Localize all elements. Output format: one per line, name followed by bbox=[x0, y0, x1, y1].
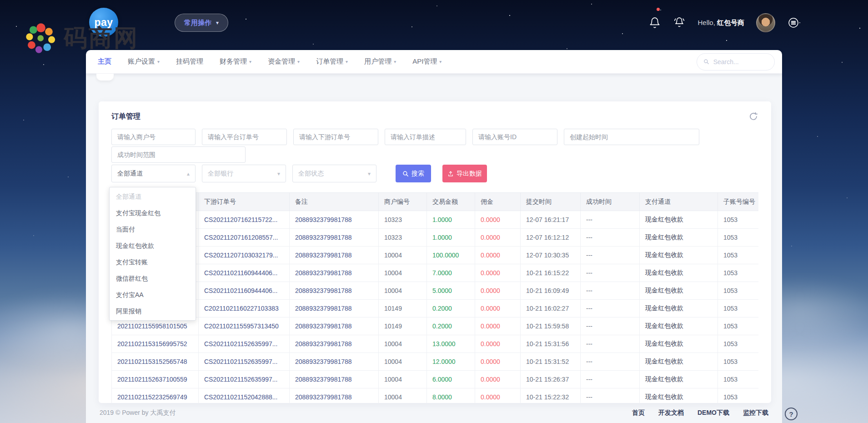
chevron-down-icon: ▾ bbox=[157, 59, 160, 64]
table-cell: 现金红包收款 bbox=[640, 211, 718, 229]
table-cell: 10149 bbox=[379, 317, 427, 335]
table-cell: --- bbox=[581, 317, 640, 335]
table-cell: 2088932379981788 bbox=[290, 335, 379, 353]
bell-icon bbox=[649, 17, 661, 29]
table-cell: 10149 bbox=[379, 300, 427, 317]
nav-item-7[interactable]: 用户管理▾ bbox=[364, 57, 396, 66]
table-cell: 12.0000 bbox=[427, 353, 475, 371]
table-cell: 2088932379981788 bbox=[290, 229, 379, 247]
table-cell: 0.0000 bbox=[475, 211, 521, 229]
channel-select[interactable]: 全部通道▴ bbox=[111, 165, 196, 182]
table-cell: 10004 bbox=[379, 353, 427, 371]
dropdown-option-3[interactable]: 当面付 bbox=[110, 221, 196, 237]
table-cell: 6.0000 bbox=[427, 371, 475, 388]
nav-item-5[interactable]: 资金管理▾ bbox=[268, 57, 300, 66]
table-cell: --- bbox=[581, 211, 640, 229]
nav-search-box[interactable] bbox=[697, 53, 775, 70]
table-cell: 10004 bbox=[379, 335, 427, 353]
dropdown-option-6[interactable]: 微信群红包 bbox=[110, 270, 196, 287]
table-row: CS20211207162115722...208893237998178810… bbox=[112, 211, 759, 229]
dropdown-option-4[interactable]: 现金红包收款 bbox=[110, 237, 196, 254]
table-cell: 8.0000 bbox=[427, 388, 475, 403]
chevron-up-icon: ▴ bbox=[187, 171, 190, 177]
dropdown-option-1: 全部通道 bbox=[110, 188, 196, 205]
downstream-order-input[interactable] bbox=[293, 129, 378, 145]
table-row: CS20211207161208557...208893237998178810… bbox=[112, 229, 759, 247]
search-button[interactable]: 搜索 bbox=[396, 165, 431, 182]
table-cell: 1053 bbox=[718, 317, 759, 335]
filter-row-3: 全部通道▴全部银行▾全部状态▾ 搜索 导出数据 bbox=[111, 165, 758, 182]
order-desc-input[interactable] bbox=[385, 129, 466, 145]
menu-button[interactable] bbox=[787, 16, 800, 29]
table-cell: --- bbox=[581, 388, 640, 403]
table-cell: CS20211021152635997... bbox=[199, 353, 290, 371]
export-data-button[interactable]: 导出数据 bbox=[442, 165, 487, 182]
table-cell: 12-07 16:12:12 bbox=[521, 229, 581, 247]
status-select[interactable]: 全部状态▾ bbox=[292, 165, 376, 182]
select-value: 全部银行 bbox=[208, 170, 233, 178]
table-cell: CS20211207162115722... bbox=[199, 211, 290, 229]
table-row: CS20211207103032179...208893237998178810… bbox=[112, 247, 759, 264]
table-cell: 10-21 15:59:58 bbox=[521, 317, 581, 335]
orders-table-wrap: 下游订单号备注商户编号交易金额佣金提交时间成功时间支付通道子账号编号 CS202… bbox=[111, 192, 758, 403]
topbar-right: Hello, 红包号商 bbox=[648, 13, 800, 33]
table-cell: 0.0000 bbox=[475, 264, 521, 282]
table-cell: 20211021153156995752 bbox=[112, 335, 199, 353]
dropdown-option-5[interactable]: 支付宝转账 bbox=[110, 254, 196, 270]
account-id-input[interactable] bbox=[472, 129, 557, 145]
table-cell: 1053 bbox=[718, 300, 759, 317]
table-cell: 1.0000 bbox=[427, 211, 475, 229]
table-cell: 1053 bbox=[718, 211, 759, 229]
pay-logo[interactable]: pay bbox=[89, 8, 118, 37]
nav-item-4[interactable]: 财务管理▾ bbox=[220, 57, 251, 66]
nav-item-6[interactable]: 订单管理▾ bbox=[316, 57, 348, 66]
footer-link-3[interactable]: DEMO下载 bbox=[697, 409, 729, 417]
filter-row-2 bbox=[111, 146, 758, 163]
orders-table: 下游订单号备注商户编号交易金额佣金提交时间成功时间支付通道子账号编号 CS202… bbox=[111, 192, 758, 403]
table-cell: 现金红包收款 bbox=[640, 264, 718, 282]
platform-order-input[interactable] bbox=[202, 129, 287, 145]
table-cell: 10004 bbox=[379, 247, 427, 264]
merchant-id-input[interactable] bbox=[111, 129, 196, 145]
alert-bell-button[interactable] bbox=[673, 16, 686, 29]
footer-link-1[interactable]: 首页 bbox=[632, 409, 645, 417]
help-button[interactable]: ? bbox=[785, 408, 798, 420]
table-row: 20211021152232569749CS20211021152042888.… bbox=[112, 388, 759, 403]
table-cell: --- bbox=[581, 371, 640, 388]
bank-select[interactable]: 全部银行▾ bbox=[202, 165, 286, 182]
nav-item-2[interactable]: 账户设置▾ bbox=[128, 57, 160, 66]
dropdown-option-8[interactable]: 阿里报销 bbox=[110, 303, 196, 319]
content-area: 订单管理 全部通道▴全部银行▾全部状态▾ 搜索 bbox=[86, 74, 782, 423]
dropdown-option-2[interactable]: 支付宝现金红包 bbox=[110, 205, 196, 221]
table-row: 20211021155958101505C2021102115595731345… bbox=[112, 317, 759, 335]
refresh-icon[interactable] bbox=[748, 111, 758, 121]
notification-bell-button[interactable] bbox=[648, 16, 661, 29]
table-cell: 2088932379981788 bbox=[290, 388, 379, 403]
table-cell: 2088932379981788 bbox=[290, 264, 379, 282]
nav-item-8[interactable]: API管理▾ bbox=[412, 57, 442, 66]
select-group: 全部通道▴全部银行▾全部状态▾ bbox=[111, 165, 376, 182]
search-input[interactable] bbox=[713, 58, 768, 65]
table-cell: C20211021155957313450 bbox=[199, 317, 290, 335]
table-cell: --- bbox=[581, 335, 640, 353]
table-cell: CS20211021160944406... bbox=[199, 264, 290, 282]
nav-item-1[interactable]: 主页 bbox=[98, 57, 111, 66]
table-cell: 10-21 16:02:27 bbox=[521, 300, 581, 317]
table-row: CS20211021160944406...208893237998178810… bbox=[112, 282, 759, 300]
nav-item-label: 订单管理 bbox=[316, 57, 343, 66]
success-time-range-input[interactable] bbox=[111, 146, 246, 163]
footer-link-2[interactable]: 开发文档 bbox=[658, 409, 684, 417]
create-start-time-input[interactable] bbox=[564, 129, 699, 145]
table-cell: 1053 bbox=[718, 371, 759, 388]
greeting-prefix: Hello, bbox=[697, 19, 715, 26]
table-cell: 现金红包收款 bbox=[640, 353, 718, 371]
order-management-card: 订单管理 全部通道▴全部银行▾全部状态▾ 搜索 bbox=[99, 101, 771, 403]
pay-logo-text: pay bbox=[94, 16, 113, 29]
table-cell: 13.0000 bbox=[427, 335, 475, 353]
notification-dot bbox=[657, 8, 660, 11]
dropdown-option-7[interactable]: 支付宝AA bbox=[110, 287, 196, 303]
footer-link-4[interactable]: 监控下载 bbox=[743, 409, 768, 417]
avatar[interactable] bbox=[756, 13, 775, 32]
nav-item-3[interactable]: 挂码管理 bbox=[176, 57, 203, 66]
quick-actions-button[interactable]: 常用操作 ▾ bbox=[175, 14, 228, 32]
